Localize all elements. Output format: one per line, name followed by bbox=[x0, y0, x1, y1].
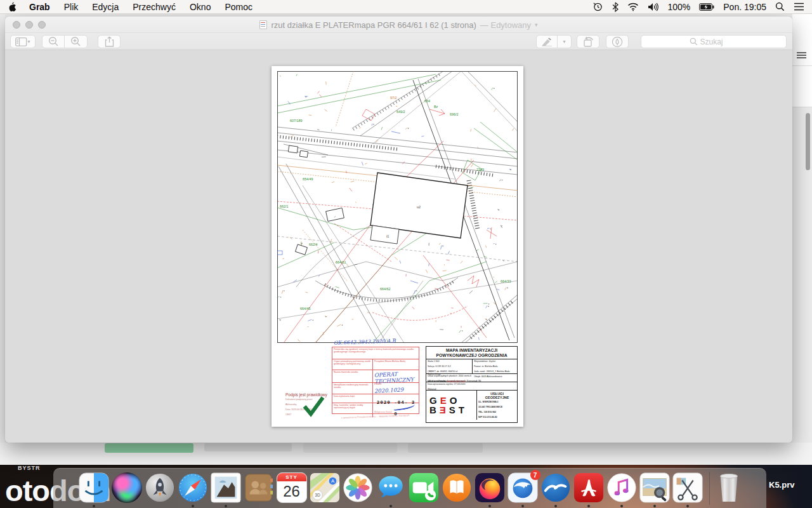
dock-mail-icon[interactable] bbox=[211, 472, 241, 503]
dock-divider bbox=[709, 472, 710, 505]
signature-squiggle bbox=[393, 402, 415, 411]
dock-firefox-icon[interactable] bbox=[475, 472, 505, 503]
markup-circle-pen-icon bbox=[612, 36, 623, 48]
stamp-handwritten-value: 2020.1029 bbox=[374, 385, 418, 394]
spotlight-search-icon[interactable] bbox=[775, 2, 785, 11]
dock-finder-icon[interactable] bbox=[79, 472, 109, 503]
calendar-day: 26 bbox=[277, 481, 306, 502]
dock-trash-icon[interactable] bbox=[716, 472, 742, 503]
map-parcel-label: u2 bbox=[417, 205, 421, 209]
stamp-label: Data wykonania kopii bbox=[334, 395, 371, 398]
dock-maps-icon[interactable]: 3DA bbox=[310, 472, 340, 503]
dock-safari-icon[interactable] bbox=[178, 472, 208, 503]
dock-preview-icon[interactable] bbox=[639, 472, 670, 503]
chevron-down-icon[interactable]: ▾ bbox=[535, 22, 538, 28]
hamburger-menu-icon[interactable] bbox=[797, 52, 806, 58]
search-icon bbox=[690, 37, 698, 46]
titleblock-author-label: Wykonał: bbox=[428, 388, 516, 391]
map-parcel-label: i1 bbox=[386, 234, 389, 238]
window-edited-label[interactable]: — Edytowany bbox=[480, 20, 531, 30]
sidebar-view-button[interactable]: ▾ bbox=[10, 35, 36, 48]
stamp-label: Imię, nazwisko i podpis osoby reprezentu… bbox=[334, 404, 371, 409]
zoom-out-button[interactable] bbox=[43, 36, 65, 48]
volume-icon[interactable] bbox=[648, 3, 658, 11]
menu-bar: Grab Plik Edycja Przechwyć Okno Pomoc 10… bbox=[0, 0, 812, 14]
green-checkmark-icon bbox=[301, 395, 326, 418]
zoom-out-icon bbox=[48, 36, 59, 47]
survey-map-drawing: 607/18997/2649/2654Bz696/2654/492349662/… bbox=[277, 71, 518, 343]
titleblock-voivodeship: Województwo: śląskie bbox=[474, 360, 516, 363]
geobest-logo: GEO BƎST bbox=[426, 391, 477, 420]
menu-item-edycja[interactable]: Edycja bbox=[92, 2, 119, 12]
company-phone: TEL. 126 816 862 bbox=[478, 411, 516, 413]
map-title-block: MAPA INWENTARYZACJI POWYKONAWCZEJ OGRODZ… bbox=[426, 346, 518, 423]
search-field[interactable] bbox=[641, 35, 787, 48]
dock-books-icon[interactable] bbox=[442, 472, 472, 503]
dock-grab-icon[interactable] bbox=[672, 472, 703, 503]
map-parcel-label: 2349 bbox=[476, 168, 484, 171]
menu-item-okno[interactable]: Okno bbox=[190, 2, 211, 12]
menu-clock[interactable]: Pon. 19:05 bbox=[723, 2, 766, 12]
window-titlebar[interactable]: rzut działka E PLATERmapa PGR 664/61 I 6… bbox=[5, 17, 792, 33]
pen-options-button[interactable]: ▾ bbox=[558, 36, 571, 48]
dock-openoffice-icon[interactable] bbox=[540, 472, 571, 503]
webpage-placeholder bbox=[408, 443, 483, 453]
battery-icon[interactable] bbox=[699, 3, 714, 11]
share-button[interactable] bbox=[98, 35, 121, 48]
company-info: USŁUGI GEODEZYJNE UL. WIERZBOWA 2 32-041… bbox=[477, 391, 517, 420]
zoom-in-button[interactable] bbox=[65, 36, 87, 48]
scrollbar-thumb[interactable] bbox=[806, 113, 810, 170]
apple-menu-icon[interactable] bbox=[8, 2, 16, 12]
dock-facetime-icon[interactable] bbox=[409, 472, 439, 503]
map-parcel-label: 97/2 bbox=[390, 96, 397, 100]
map-parcel-label: 664/33 bbox=[501, 279, 511, 283]
webpage-placeholder bbox=[303, 443, 397, 453]
menu-item-grab[interactable]: Grab bbox=[29, 2, 50, 12]
dock-calendar-icon[interactable]: STY26 bbox=[277, 472, 307, 503]
k5-label: K5.prv bbox=[769, 480, 794, 490]
dock-photos-icon[interactable] bbox=[343, 472, 373, 503]
menu-item-pomoc[interactable]: Pomoc bbox=[225, 2, 252, 12]
document-view-area[interactable]: 607/18997/2649/2654Bz696/2654/492349662/… bbox=[5, 50, 792, 443]
bluetooth-icon[interactable] bbox=[612, 2, 619, 12]
dock-acrobat-icon[interactable] bbox=[573, 472, 604, 503]
stamp-row-date: Data wykonania kopii 2020 -04- 3 0 bbox=[332, 394, 419, 403]
window-title: rzut działka E PLATERmapa PGR 664/61 I 6… bbox=[271, 20, 476, 30]
stamp-value: Prezydent Miasta Bielska-Białej bbox=[374, 360, 417, 363]
menu-item-plik[interactable]: Plik bbox=[64, 2, 79, 12]
titleblock-height-system: Układ współrzędnych wysokościowych: Kron… bbox=[428, 380, 516, 382]
sidebar-icon bbox=[15, 37, 27, 46]
map-parcel-label: 696/2 bbox=[450, 112, 459, 116]
dock-thunderbird-icon[interactable]: 7 bbox=[508, 472, 538, 503]
map-parcel-label: 664/61 bbox=[336, 260, 346, 264]
share-icon bbox=[105, 36, 114, 47]
calendar-month: STY bbox=[277, 473, 306, 481]
battery-percentage: 100% bbox=[667, 2, 690, 12]
dock: STY26 3DA 7 bbox=[53, 468, 766, 508]
titleblock-county: Powiat: m. Bielsko-Biała bbox=[474, 365, 516, 368]
notification-center-icon[interactable] bbox=[794, 3, 804, 11]
dock-itunes-icon[interactable] bbox=[606, 472, 637, 503]
titleblock-unit: Jedn. ewid.: 246101_1 Bielsko-Biała bbox=[474, 370, 516, 373]
menu-item-przechwyc[interactable]: Przechwyć bbox=[133, 2, 176, 12]
dock-messages-icon[interactable] bbox=[376, 472, 406, 503]
time-machine-icon[interactable] bbox=[593, 1, 603, 12]
document-page: 607/18997/2649/2654Bz696/2654/492349662/… bbox=[272, 66, 523, 427]
stamp-header-text: Potwierdza się zgodność niniejszej kopii… bbox=[334, 348, 417, 353]
titleblock-scale: Skala 1:500 bbox=[428, 360, 471, 363]
rotate-button[interactable] bbox=[577, 35, 599, 48]
stamp-label: Organ prowadzący państwowy zasób geodezy… bbox=[334, 360, 371, 365]
markup-toolbar-button[interactable] bbox=[606, 35, 629, 48]
search-input[interactable] bbox=[700, 37, 738, 46]
dock-siri-icon[interactable] bbox=[112, 472, 142, 503]
rotate-left-icon bbox=[582, 36, 594, 47]
preview-window: rzut działka E PLATERmapa PGR 664/61 I 6… bbox=[5, 17, 792, 443]
pen-icon bbox=[541, 37, 553, 46]
titleblock-date: Data opracowania wyniku: 27.03.2020 bbox=[428, 383, 516, 385]
company-address: 32-041 TROJANOWICE bbox=[478, 406, 516, 408]
dock-launchpad-icon[interactable] bbox=[145, 472, 175, 503]
wifi-icon[interactable] bbox=[627, 3, 639, 11]
zoom-button-group bbox=[42, 35, 88, 48]
highlight-pen-button[interactable] bbox=[537, 36, 558, 48]
dock-contacts-icon[interactable] bbox=[244, 472, 274, 503]
